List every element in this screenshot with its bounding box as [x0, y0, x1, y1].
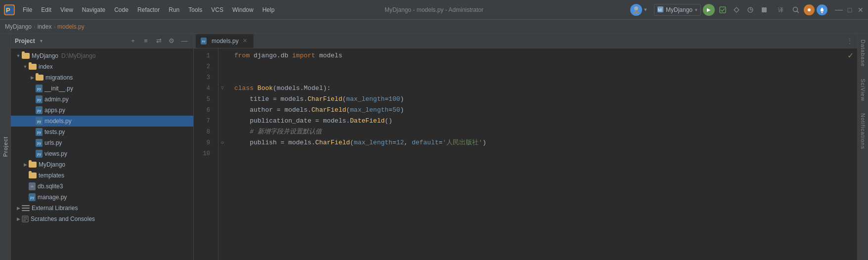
token-indent7: publication_date = models. — [234, 116, 350, 127]
search-button[interactable] — [790, 4, 802, 16]
tree-label-admin: admin.py — [44, 96, 69, 103]
expand-scratches[interactable] — [15, 216, 22, 222]
menu-run[interactable]: Run — [165, 4, 183, 15]
token-maxlen6: max_length — [350, 105, 389, 116]
svg-point-3 — [633, 11, 639, 14]
tree-item-templates[interactable]: templates — [11, 170, 193, 181]
folder-icon-index — [29, 64, 37, 70]
user-avatar-button[interactable] — [630, 4, 642, 16]
tree-item-migrations[interactable]: migrations — [11, 72, 193, 83]
top-right-toolbar: ▾ M MyDjango ▾ ▶ 译 — [630, 4, 864, 16]
menu-refactor[interactable]: Refactor — [133, 4, 164, 15]
token-indent6: author = models. — [234, 105, 311, 116]
breadcrumb-index[interactable]: index — [38, 23, 52, 30]
menu-window[interactable]: Window — [228, 4, 258, 15]
tree-item-mydjango-sub[interactable]: MyDjango — [11, 159, 193, 170]
token-datefield: DateField — [350, 116, 385, 127]
tree-item-db[interactable]: db db.sqlite3 — [11, 181, 193, 192]
token-class: class — [234, 83, 254, 94]
project-dropdown-arrow[interactable]: ▾ — [40, 38, 43, 43]
notifications-panel-label[interactable]: Notifications — [858, 107, 868, 155]
menu-help[interactable]: Help — [259, 4, 279, 15]
fold-marker-4[interactable]: ▽ — [218, 83, 226, 94]
tree-item-manage[interactable]: py manage.py — [11, 192, 193, 203]
tree-item-urls[interactable]: py urls.py — [11, 137, 193, 148]
code-line-1: from django.db import models — [234, 50, 857, 61]
folder-icon-mydjango — [22, 53, 30, 59]
code-content[interactable]: from django.db import models class Book … — [226, 48, 857, 260]
tree-item-apps[interactable]: py apps.py — [11, 105, 193, 116]
tree-item-external-libs[interactable]: External Libraries — [11, 203, 193, 214]
token-paren6b: ) — [400, 105, 404, 116]
token-12: 12 — [396, 137, 404, 148]
right-panels: Database SciView Notifications — [857, 34, 868, 260]
expand-mydjango[interactable] — [15, 52, 22, 59]
coverage-button[interactable] — [731, 4, 742, 16]
breadcrumb-sep-1: › — [34, 24, 36, 30]
menu-code[interactable]: Code — [110, 4, 132, 15]
success-indicator: ✓ — [848, 50, 853, 61]
menu-navigate[interactable]: Navigate — [78, 4, 109, 15]
breadcrumb-models[interactable]: models.py — [57, 23, 85, 30]
code-line-8: # 新增字段并设置默认值 — [234, 127, 857, 137]
tree-item-admin[interactable]: py admin.py — [11, 94, 193, 105]
menu-edit[interactable]: Edit — [37, 4, 55, 15]
code-line-10 — [234, 148, 857, 159]
sciview-panel-label[interactable]: SciView — [858, 73, 868, 107]
project-panel-label[interactable]: Project — [2, 136, 8, 157]
database-panel-label[interactable]: Database — [858, 34, 868, 73]
build-button[interactable] — [717, 4, 729, 16]
expand-migrations[interactable] — [29, 74, 36, 81]
translate-button[interactable]: 译 — [776, 4, 788, 16]
code-editor[interactable]: 1 2 3 4 5 6 7 8 9 10 ▽ ◇ — [194, 48, 857, 260]
tree-label-external-libs: External Libraries — [32, 205, 78, 212]
token-maxlen5: max_length — [346, 94, 385, 105]
hide-panel-button[interactable]: — — [179, 36, 189, 46]
menu-vcs[interactable]: VCS — [207, 4, 227, 15]
tree-label-models: models.py — [44, 118, 72, 125]
tab-close-button[interactable]: ✕ — [242, 38, 249, 44]
tree-item-models[interactable]: py models.py — [11, 116, 193, 127]
git-branch-button[interactable]: M MyDjango ▾ — [654, 4, 701, 16]
stop-button[interactable] — [758, 4, 770, 16]
tab-file-icon: py — [201, 38, 207, 44]
collapse-all-button[interactable]: ≡ — [141, 36, 151, 46]
settings-button[interactable] — [804, 4, 815, 15]
notifications-button[interactable] — [817, 4, 827, 15]
editor-tabs: py models.py ✕ ⋮ — [194, 34, 857, 48]
maximize-button[interactable]: □ — [846, 6, 853, 13]
token-paren7: () — [385, 116, 392, 127]
line-num-1: 1 — [194, 50, 214, 61]
expand-button[interactable]: ⇄ — [154, 36, 164, 46]
tree-item-scratches[interactable]: Scratches and Consoles — [11, 214, 193, 224]
menu-file[interactable]: File — [19, 4, 36, 15]
title-bar: P File Edit View Navigate Code Refactor … — [0, 0, 868, 20]
tree-item-views[interactable]: py views.py — [11, 148, 193, 159]
token-from: from — [234, 50, 250, 61]
new-file-button[interactable]: + — [128, 36, 138, 46]
tree-item-index[interactable]: index — [11, 61, 193, 72]
settings-gear-button[interactable]: ⚙ — [167, 36, 176, 46]
expand-external-libs[interactable] — [15, 205, 22, 212]
expand-index[interactable] — [22, 63, 29, 70]
token-models-text: models — [315, 50, 343, 61]
fold-gutter: ▽ ◇ — [218, 48, 226, 260]
editor-tab-models[interactable]: py models.py ✕ — [196, 34, 254, 48]
tree-item-tests[interactable]: py tests.py — [11, 127, 193, 137]
svg-line-13 — [797, 11, 799, 13]
code-line-6: author = models. CharField ( max_length … — [234, 105, 857, 116]
minimize-button[interactable]: — — [835, 6, 842, 13]
svg-text:P: P — [6, 6, 10, 14]
tree-item-init[interactable]: py __init__.py — [11, 83, 193, 94]
expand-mydjango-sub[interactable] — [22, 161, 29, 168]
tab-more-button[interactable]: ⋮ — [844, 36, 855, 46]
menu-view[interactable]: View — [56, 4, 77, 15]
tree-item-mydjango-root[interactable]: MyDjango D:\MyDjango — [11, 50, 193, 61]
profile-button[interactable] — [744, 4, 756, 16]
menu-tools[interactable]: Tools — [184, 4, 206, 15]
fold-marker-9[interactable]: ◇ — [218, 137, 226, 148]
token-paren9b: ) — [482, 137, 486, 148]
run-button[interactable]: ▶ — [703, 4, 715, 16]
close-button[interactable]: ✕ — [857, 6, 864, 13]
breadcrumb-mydjango[interactable]: MyDjango — [5, 23, 32, 30]
